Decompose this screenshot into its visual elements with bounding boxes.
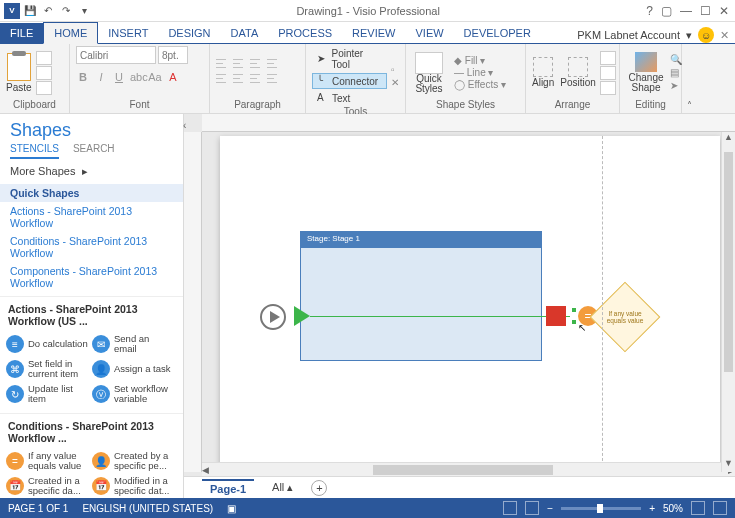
- master-send-email[interactable]: ✉Send an email: [90, 332, 176, 357]
- text-highlight-button[interactable]: Aa: [148, 71, 162, 83]
- position-button[interactable]: Position: [560, 57, 596, 88]
- text-tool-button[interactable]: AText: [312, 90, 387, 106]
- rotate-text-button[interactable]: [267, 74, 281, 86]
- master-created-date[interactable]: 📅Created in a specific da...: [4, 474, 90, 499]
- visio-app-icon[interactable]: V: [4, 3, 20, 19]
- status-page[interactable]: PAGE 1 OF 1: [8, 503, 68, 514]
- start-shape[interactable]: [260, 304, 286, 330]
- full-screen-icon[interactable]: [713, 501, 727, 515]
- master-created-by[interactable]: 👤Created by a specific pe...: [90, 449, 176, 474]
- feedback-smiley-icon[interactable]: ☺: [698, 27, 714, 43]
- master-assign-task[interactable]: 👤Assign a task: [90, 357, 176, 382]
- strike-button[interactable]: abc: [130, 71, 144, 83]
- scroll-up-icon[interactable]: ▲: [722, 132, 735, 146]
- tools-extra-button[interactable]: ▫: [391, 64, 399, 75]
- group-button[interactable]: [600, 81, 616, 95]
- fit-page-width-icon[interactable]: [525, 501, 539, 515]
- stencil-link[interactable]: Components - SharePoint 2013 Workflow: [0, 262, 183, 292]
- stencil-link[interactable]: Actions - SharePoint 2013 Workflow: [0, 202, 183, 232]
- redo-icon[interactable]: ↷: [58, 3, 74, 19]
- select-button[interactable]: ➤: [670, 80, 682, 91]
- connector-tool-button[interactable]: ╰Connector: [312, 73, 387, 89]
- fill-button[interactable]: ◆ Fill ▾: [454, 55, 506, 66]
- tab-file[interactable]: FILE: [0, 23, 43, 43]
- align-button[interactable]: Align: [532, 57, 554, 88]
- cut-button[interactable]: [36, 51, 52, 65]
- zoom-level[interactable]: 50%: [663, 503, 683, 514]
- horizontal-scrollbar[interactable]: ◀ ▶: [202, 462, 735, 476]
- tab-data[interactable]: DATA: [221, 23, 269, 43]
- copy-button[interactable]: [36, 66, 52, 80]
- stage-entry-icon[interactable]: [294, 306, 310, 326]
- font-color-button[interactable]: A: [166, 71, 180, 83]
- find-button[interactable]: 🔍: [670, 54, 682, 65]
- master-if-value[interactable]: =If any value equals value: [4, 449, 90, 474]
- scroll-left-icon[interactable]: ◀: [202, 465, 209, 475]
- help-icon[interactable]: ?: [646, 4, 653, 18]
- undo-icon[interactable]: ↶: [40, 3, 56, 19]
- tab-view[interactable]: VIEW: [405, 23, 453, 43]
- doc-close-icon[interactable]: ✕: [720, 29, 729, 42]
- presentation-mode-icon[interactable]: [503, 501, 517, 515]
- underline-button[interactable]: U: [112, 71, 126, 83]
- stage-exit-icon[interactable]: [546, 306, 566, 326]
- collapse-ribbon-icon[interactable]: ˄: [682, 44, 696, 113]
- scroll-down-icon[interactable]: ▼: [722, 458, 735, 472]
- account-dropdown-icon[interactable]: ▾: [686, 29, 692, 42]
- layers-button[interactable]: ▤: [670, 67, 682, 78]
- stage-shape[interactable]: Stage: Stage 1: [300, 231, 542, 361]
- tab-home[interactable]: HOME: [43, 22, 98, 44]
- drawing-canvas[interactable]: Stage: Stage 1 = If any value equals val…: [202, 132, 735, 462]
- qat-dropdown-icon[interactable]: ▾: [76, 3, 92, 19]
- italic-button[interactable]: I: [94, 71, 108, 83]
- tab-insert[interactable]: INSERT: [98, 23, 158, 43]
- format-painter-button[interactable]: [36, 81, 52, 95]
- more-shapes-button[interactable]: More Shapes ▸: [0, 159, 183, 184]
- shapes-tab-stencils[interactable]: STENCILS: [10, 143, 59, 159]
- align-top-button[interactable]: [267, 59, 281, 71]
- master-update-list[interactable]: ↻Update list item: [4, 382, 90, 407]
- tools-close-button[interactable]: ✕: [391, 77, 399, 88]
- maximize-icon[interactable]: ☐: [700, 4, 711, 18]
- tab-developer[interactable]: DEVELOPER: [454, 23, 541, 43]
- tab-review[interactable]: REVIEW: [342, 23, 405, 43]
- zoom-slider-thumb[interactable]: [597, 504, 603, 513]
- align-center-button[interactable]: [233, 59, 247, 71]
- tab-design[interactable]: DESIGN: [158, 23, 220, 43]
- page-tab-1[interactable]: Page-1: [202, 479, 254, 497]
- pointer-tool-button[interactable]: ➤Pointer Tool: [312, 46, 387, 72]
- account-name[interactable]: PKM Labnet Account: [577, 29, 680, 41]
- hscroll-thumb[interactable]: [373, 465, 553, 475]
- macro-record-icon[interactable]: ▣: [227, 503, 236, 514]
- stencil-link[interactable]: Conditions - SharePoint 2013 Workflow: [0, 232, 183, 262]
- connector-line[interactable]: [310, 316, 570, 317]
- page-sheet[interactable]: Stage: Stage 1 = If any value equals val…: [220, 136, 720, 462]
- master-do-calculation[interactable]: ≡Do calculation: [4, 332, 90, 357]
- indent-button[interactable]: [233, 74, 247, 86]
- minimize-icon[interactable]: —: [680, 4, 692, 18]
- align-right-button[interactable]: [250, 59, 264, 71]
- bring-front-button[interactable]: [600, 51, 616, 65]
- vscroll-thumb[interactable]: [724, 152, 733, 372]
- align-left-button[interactable]: [216, 59, 230, 71]
- outdent-button[interactable]: [250, 74, 264, 86]
- page-tab-all[interactable]: All ▴: [264, 479, 301, 496]
- line-button[interactable]: — Line ▾: [454, 67, 506, 78]
- status-language[interactable]: ENGLISH (UNITED STATES): [82, 503, 213, 514]
- quick-shapes-link[interactable]: Quick Shapes: [0, 184, 183, 202]
- vertical-scrollbar[interactable]: ▲ ▼: [721, 132, 735, 472]
- zoom-out-button[interactable]: −: [547, 503, 553, 514]
- zoom-in-button[interactable]: +: [649, 503, 655, 514]
- master-modified-date[interactable]: 📅Modified in a specific dat...: [90, 474, 176, 499]
- close-icon[interactable]: ✕: [719, 4, 729, 18]
- bullets-button[interactable]: [216, 74, 230, 86]
- fit-window-icon[interactable]: [691, 501, 705, 515]
- paste-button[interactable]: Paste: [6, 53, 32, 93]
- master-set-variable[interactable]: ⓥSet workflow variable: [90, 382, 176, 407]
- bold-button[interactable]: B: [76, 71, 90, 83]
- save-icon[interactable]: 💾: [22, 3, 38, 19]
- change-shape-button[interactable]: Change Shape: [626, 52, 666, 93]
- send-back-button[interactable]: [600, 66, 616, 80]
- master-set-field[interactable]: ⌘Set field in current item: [4, 357, 90, 382]
- font-family-select[interactable]: [76, 46, 156, 64]
